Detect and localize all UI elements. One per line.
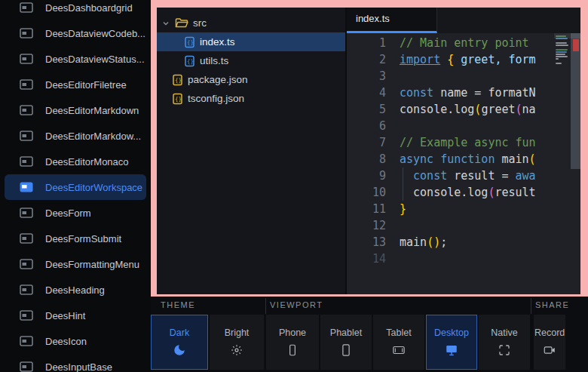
tree-file-index-ts[interactable]: {}index.ts <box>157 32 345 51</box>
button-label: Dark <box>170 327 189 338</box>
tree-file-tsconfig-json[interactable]: {}tsconfig.json <box>157 89 345 108</box>
code-line-6: 6 <box>347 118 580 134</box>
minimap-line <box>556 49 568 51</box>
native-fullscreen-icon <box>498 343 511 357</box>
sidebar-item-deeshint[interactable]: DeesHint <box>5 303 146 328</box>
indent-guide <box>403 168 403 201</box>
tab-index-ts[interactable]: index.ts <box>347 8 437 33</box>
component-icon <box>20 54 33 64</box>
record-button[interactable]: Record <box>534 315 565 370</box>
line-number: 14 <box>347 251 386 267</box>
sidebar-item-deesformattingmenu[interactable]: DeesFormattingMenu <box>5 251 146 277</box>
minimap-line <box>556 45 568 46</box>
scrollbar-thumb[interactable] <box>571 33 580 169</box>
code-token: } <box>400 202 406 216</box>
toolbar-buttons: DarkBrightPhonePhabletTabletDesktopNativ… <box>151 315 565 370</box>
tablet-icon <box>391 343 406 357</box>
sidebar-item-deesformsubmit[interactable]: DeesFormSubmit <box>5 226 146 251</box>
sidebar-item-label: DeesEditorMonaco <box>45 156 129 168</box>
svg-text:{}: {} <box>187 39 194 46</box>
sidebar-item-deesform[interactable]: DeesForm <box>5 200 146 226</box>
code-token: na <box>522 103 536 116</box>
code-token: async <box>400 152 433 166</box>
code-token: () <box>427 235 440 249</box>
sidebar-item-label: DeesDataviewCodeb... <box>45 28 145 39</box>
phone-icon <box>286 343 299 357</box>
component-icon <box>20 182 33 192</box>
component-icon <box>20 208 33 218</box>
sidebar-item-label: DeesForm <box>45 208 91 219</box>
code-token: greet <box>481 103 515 116</box>
code-token: function <box>440 152 495 166</box>
button-label: Native <box>491 327 517 338</box>
code-token: // Example async fun <box>400 136 536 149</box>
code-editor: index.ts 1// Main entry point2import { g… <box>347 8 580 294</box>
toolbar-header: THEME VIEWPORT SHARE <box>151 297 588 315</box>
dark-button[interactable]: Dark <box>151 315 208 370</box>
phablet-button[interactable]: Phablet <box>320 315 372 370</box>
tree-file-package-json[interactable]: {}package.json <box>157 70 345 89</box>
json-file-icon: {} <box>172 93 183 105</box>
section-separator <box>531 298 531 314</box>
code-token: import <box>400 53 440 66</box>
svg-text:{}: {} <box>187 58 194 65</box>
code-line-1: 1// Main entry point <box>347 35 580 51</box>
code-line-13: 13main(); <box>347 234 580 251</box>
code-token: result = <box>447 169 515 183</box>
chevron-down-icon <box>161 19 170 28</box>
sidebar-item-label: DeesHeading <box>45 284 105 296</box>
code-line-4: 4const name = formatN <box>347 85 580 101</box>
sidebar-item-deesdataviewcodeb[interactable]: DeesDataviewCodeb... <box>5 20 146 46</box>
app-root: DeesDashboardgridDeesDataviewCodeb...Dee… <box>0 0 588 372</box>
code-token: greet, form <box>454 53 535 66</box>
bright-button[interactable]: Bright <box>210 315 264 370</box>
component-sidebar: DeesDashboardgridDeesDataviewCodeb...Dee… <box>0 0 151 372</box>
sidebar-item-deeseditorworkspace[interactable]: DeesEditorWorkspace <box>5 174 146 200</box>
tablet-button[interactable]: Tablet <box>373 315 424 370</box>
code-token: ; <box>440 235 447 249</box>
sidebar-item-label: DeesDataviewStatus... <box>45 54 145 65</box>
sidebar-item-label: DeesInputBase <box>45 361 112 372</box>
sidebar-item-label: DeesDashboardgrid <box>45 2 133 14</box>
tree-file-utils-ts[interactable]: {}utils.ts <box>157 51 345 70</box>
code-area[interactable]: 1// Main entry point2import { greet, for… <box>347 33 580 294</box>
sidebar-item-deeseditormarkdow[interactable]: DeesEditorMarkdow... <box>5 123 146 149</box>
line-number: 3 <box>347 68 386 85</box>
tree-folder-src[interactable]: src <box>157 14 345 32</box>
sidebar-item-label: DeesFormattingMenu <box>45 259 139 270</box>
native-button[interactable]: Native <box>479 315 530 370</box>
scrollbar-decoration-marker <box>573 39 579 51</box>
tree-label: index.ts <box>200 36 235 48</box>
sidebar-item-deeseditorfiletree[interactable]: DeesEditorFiletree <box>5 72 146 97</box>
sidebar-item-deeseditormonaco[interactable]: DeesEditorMonaco <box>5 149 146 174</box>
sidebar-item-label: DeesFormSubmit <box>45 233 121 244</box>
code-token: console.log <box>400 103 474 116</box>
code-token: result <box>495 186 535 199</box>
minimap-slider[interactable] <box>554 33 580 38</box>
component-preview-frame: src{}index.ts{}utils.ts{}package.json{}t… <box>151 0 588 297</box>
code-line-8: 8async function main( <box>347 151 580 168</box>
sidebar-item-deesdashboardgrid[interactable]: DeesDashboardgrid <box>5 0 146 20</box>
desktop-icon <box>444 343 459 357</box>
minimap-line <box>556 51 567 53</box>
sidebar-item-deesinputbase[interactable]: DeesInputBase <box>5 354 146 372</box>
phone-button[interactable]: Phone <box>266 315 319 370</box>
component-icon <box>20 361 33 372</box>
minimap[interactable] <box>554 35 571 65</box>
editor-scrollbar[interactable] <box>571 33 580 294</box>
tree-label: tsconfig.json <box>188 93 244 104</box>
component-icon <box>20 233 33 244</box>
component-list: DeesDashboardgridDeesDataviewCodeb...Dee… <box>0 0 151 372</box>
line-number: 13 <box>347 234 386 251</box>
sidebar-item-deeseditormarkdown[interactable]: DeesEditorMarkdown <box>5 97 146 123</box>
sidebar-item-deesdataviewstatus[interactable]: DeesDataviewStatus... <box>5 46 146 72</box>
desktop-button[interactable]: Desktop <box>426 315 477 370</box>
sidebar-item-deesheading[interactable]: DeesHeading <box>5 277 146 303</box>
code-token <box>400 169 413 183</box>
line-number: 10 <box>347 184 386 201</box>
sidebar-item-label: DeesEditorMarkdow... <box>45 131 141 142</box>
sidebar-item-deesicon[interactable]: DeesIcon <box>5 328 146 354</box>
minimap-line <box>554 47 571 48</box>
line-number: 5 <box>347 101 386 118</box>
editor-tab-bar: index.ts <box>347 8 580 33</box>
